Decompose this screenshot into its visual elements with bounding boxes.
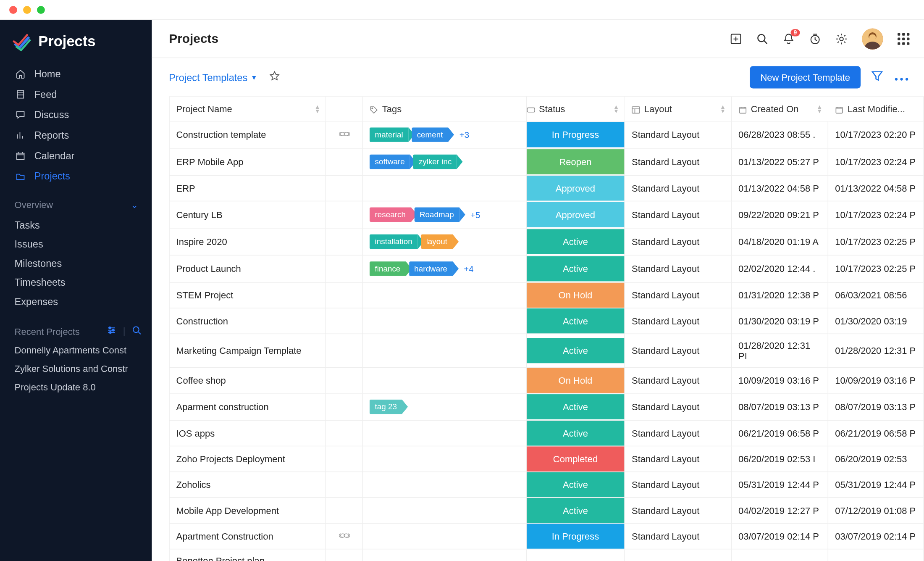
- project-name-link[interactable]: Zoholics: [176, 479, 211, 490]
- tag[interactable]: finance: [370, 261, 406, 276]
- tag[interactable]: software: [370, 155, 410, 169]
- project-name-link[interactable]: Benetton Project plan: [176, 556, 265, 561]
- status-badge[interactable]: Approved: [526, 176, 624, 201]
- gear-icon[interactable]: [835, 33, 847, 45]
- notifications-icon[interactable]: 9: [783, 33, 795, 45]
- subnav-item-expenses[interactable]: Expenses: [0, 292, 152, 311]
- project-name-link[interactable]: Century LB: [176, 209, 223, 220]
- add-icon[interactable]: [730, 33, 742, 45]
- status-badge[interactable]: Active: [526, 472, 624, 498]
- nav-item-home[interactable]: Home: [0, 63, 152, 84]
- project-name-link[interactable]: ERP: [176, 183, 195, 193]
- col-header-link[interactable]: [326, 97, 362, 121]
- status-badge[interactable]: Approved: [526, 202, 624, 227]
- tag-more[interactable]: +3: [459, 130, 469, 140]
- avatar[interactable]: [862, 28, 883, 49]
- col-header-name[interactable]: Project Name▲▼: [169, 97, 326, 121]
- col-header-status[interactable]: Status▲▼: [526, 97, 625, 121]
- created-cell: 09/22/2020 09:21 P: [731, 201, 828, 228]
- project-name-link[interactable]: STEM Project: [176, 290, 234, 300]
- status-badge[interactable]: Completed: [526, 446, 624, 471]
- tag-more[interactable]: +4: [464, 264, 473, 274]
- more-icon[interactable]: [894, 71, 910, 83]
- nav-item-calendar[interactable]: Calendar: [0, 145, 152, 166]
- recents-label: Recent Projects: [15, 326, 80, 336]
- minimize-window-dot[interactable]: [23, 5, 31, 13]
- project-name-link[interactable]: Zoho Projects Deployment: [176, 454, 285, 464]
- search-icon[interactable]: [756, 33, 768, 45]
- nav-item-discuss[interactable]: Discuss: [0, 104, 152, 125]
- tag[interactable]: research: [370, 207, 411, 222]
- tag[interactable]: tag 23: [370, 400, 402, 414]
- tag[interactable]: cement: [412, 127, 448, 142]
- new-project-template-button[interactable]: New Project Template: [750, 66, 861, 88]
- tag[interactable]: Roadmap: [414, 207, 459, 222]
- col-header-layout[interactable]: Layout▲▼: [625, 97, 731, 121]
- status-badge[interactable]: Reopen: [526, 149, 624, 174]
- project-name-link[interactable]: Coffee shop: [176, 375, 226, 386]
- project-name-link[interactable]: Aparment construction: [176, 401, 269, 412]
- close-window-dot[interactable]: [9, 5, 17, 13]
- project-templates-dropdown[interactable]: Project Templates ▼: [169, 71, 257, 83]
- subnav-item-issues[interactable]: Issues: [0, 234, 152, 254]
- status-badge[interactable]: In Progress: [526, 524, 624, 549]
- nav-item-feed[interactable]: Feed: [0, 84, 152, 105]
- tag[interactable]: material: [370, 127, 408, 142]
- star-icon[interactable]: [269, 71, 280, 84]
- status-badge[interactable]: Active: [526, 498, 624, 523]
- settings-sliders-icon[interactable]: [107, 326, 116, 337]
- project-name-link[interactable]: IOS apps: [176, 428, 215, 438]
- tag[interactable]: layout: [421, 234, 452, 249]
- status-badge[interactable]: On Hold: [526, 283, 624, 308]
- status-badge[interactable]: Active: [526, 421, 624, 446]
- filter-icon[interactable]: [871, 70, 883, 85]
- link-icon[interactable]: [339, 531, 349, 541]
- col-header-created[interactable]: Created On▲▼: [731, 97, 828, 121]
- project-name-link[interactable]: Apartment Construction: [176, 531, 273, 541]
- tag[interactable]: hardware: [409, 261, 453, 276]
- nav-item-projects[interactable]: Projects: [0, 166, 152, 186]
- recent-project-item[interactable]: Projects Update 8.0: [0, 378, 152, 396]
- created-cell: 04/02/2019 12:27 P: [731, 498, 828, 523]
- project-name-link[interactable]: Construction: [176, 316, 228, 326]
- tag-more[interactable]: +5: [470, 210, 480, 220]
- col-header-modified[interactable]: Last Modifie...: [828, 97, 924, 121]
- table-row: ZoholicsActiveStandard Layout05/31/2019 …: [169, 472, 924, 498]
- maximize-window-dot[interactable]: [37, 5, 45, 13]
- project-name-link[interactable]: Marketing Campaign Template: [176, 345, 302, 356]
- status-badge[interactable]: On Hold: [526, 368, 624, 393]
- project-name-link[interactable]: Construction template: [176, 129, 266, 140]
- project-name-link[interactable]: Mobile App Development: [176, 505, 279, 516]
- status-badge[interactable]: Active: [526, 229, 624, 254]
- layout-cell: Standard Layout: [625, 498, 731, 523]
- modified-cell: 01/30/2020 03:19: [828, 308, 924, 334]
- project-name-link[interactable]: Inspire 2020: [176, 237, 227, 247]
- main-content: Projects 9: [152, 20, 924, 561]
- project-name-link[interactable]: Product Launch: [176, 263, 241, 274]
- subnav-item-milestones[interactable]: Milestones: [0, 253, 152, 273]
- status-badge[interactable]: In Progress: [526, 122, 624, 147]
- tag[interactable]: zylker inc: [413, 155, 457, 169]
- apps-grid-icon[interactable]: [898, 33, 909, 45]
- status-badge[interactable]: Active: [526, 256, 624, 282]
- nav-item-reports[interactable]: Reports: [0, 125, 152, 145]
- recent-project-item[interactable]: Donnelly Apartments Const: [0, 341, 152, 359]
- created-cell: [731, 549, 828, 561]
- timer-icon[interactable]: [809, 33, 821, 45]
- overview-section-head[interactable]: Overview ⌄: [0, 190, 152, 214]
- modified-cell: 07/12/2019 01:08 P: [828, 498, 924, 523]
- status-badge[interactable]: Active: [526, 338, 624, 363]
- status-badge[interactable]: Active: [526, 394, 624, 419]
- link-icon[interactable]: [339, 129, 349, 140]
- subnav-item-timesheets[interactable]: Timesheets: [0, 273, 152, 292]
- layout-cell: Standard Layout: [625, 282, 731, 308]
- status-badge[interactable]: Active: [526, 308, 624, 334]
- svg-point-3: [133, 327, 139, 332]
- col-header-tags[interactable]: Tags: [362, 97, 526, 121]
- tag[interactable]: installation: [370, 234, 417, 249]
- recent-project-item[interactable]: Zylker Solutions and Constr: [0, 359, 152, 378]
- search-icon[interactable]: [132, 326, 141, 337]
- subnav-item-tasks[interactable]: Tasks: [0, 215, 152, 234]
- project-name-link[interactable]: ERP Mobile App: [176, 156, 244, 167]
- svg-point-12: [372, 108, 373, 109]
